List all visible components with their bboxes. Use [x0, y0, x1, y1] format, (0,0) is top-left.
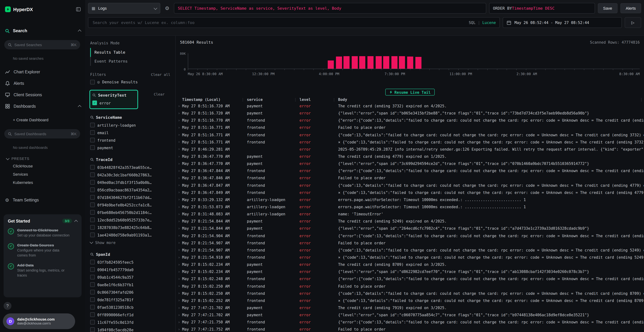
source-select[interactable]: ▦ Logs: [88, 3, 160, 14]
checkbox[interactable]: ✓: [90, 195, 95, 200]
table-settings-icon[interactable]: ⋮: [640, 97, 643, 102]
checkbox[interactable]: ✓: [90, 312, 95, 317]
log-row[interactable]: › May 27 8:51:16.771 AM frontend error {…: [176, 131, 644, 138]
histogram-bar[interactable]: [407, 56, 413, 69]
filter-option[interactable]: ✓ 0fbe680eb456750b2d1184c…: [90, 208, 172, 216]
alerts-button[interactable]: Alerts: [620, 3, 641, 13]
log-row[interactable]: › May 27 8:36:47.847 AM frontend error {…: [176, 182, 644, 189]
search-icon[interactable]: [90, 116, 94, 119]
expand-row-icon[interactable]: ›: [178, 147, 182, 151]
log-row[interactable]: › May 27 8:51:16.770 AM frontend error {…: [176, 117, 644, 124]
log-row[interactable]: › May 27 8:21:54.907 AM frontend error F…: [176, 239, 644, 246]
expand-row-icon[interactable]: ›: [178, 234, 182, 238]
log-row[interactable]: › May 27 8:15:02.234 AM payment error {"…: [176, 268, 644, 275]
filter-option[interactable]: ✓ 03b44828f42a3573ea655ce…: [90, 164, 172, 171]
checkbox[interactable]: ✓: [90, 225, 95, 230]
log-row[interactable]: › May 27 7:47:21.702 AM payment error {"…: [176, 311, 644, 318]
checkbox[interactable]: ✓: [90, 123, 95, 127]
checkbox[interactable]: ✓: [90, 320, 95, 324]
chevron-up-icon[interactable]: [78, 30, 82, 33]
log-row[interactable]: › May 27 8:51:16.720 AM payment error Th…: [176, 102, 644, 110]
log-row[interactable]: › May 27 8:15:02.234 AM payment error Th…: [176, 261, 644, 268]
filter-option[interactable]: ✓ 03f7b824595feec5: [90, 258, 172, 266]
checkbox[interactable]: ✓: [90, 290, 95, 294]
hyperdx-logo[interactable]: HyperDX: [5, 6, 33, 12]
column-handle-icon[interactable]: ⋮: [332, 97, 336, 102]
checkbox[interactable]: ✓: [90, 172, 95, 177]
histogram-bar[interactable]: [399, 56, 405, 69]
filter-option[interactable]: ✓ 11c67fe55c0d13fd: [90, 318, 172, 326]
filter-option[interactable]: ✓ email: [90, 129, 172, 136]
log-row[interactable]: › May 27 8:33:29.132 AM artillery-loadge…: [176, 196, 644, 203]
search-input[interactable]: [92, 20, 466, 25]
filter-option-error[interactable]: ✓ error: [92, 99, 135, 106]
filter-option[interactable]: ✓ 18287038b73e882425c64b8…: [90, 224, 172, 231]
get-started-item[interactable]: ✓ Connect to ClickHouse Set up your data…: [8, 228, 77, 238]
user-menu[interactable]: D dale@clickhouse.com dale@clickhouse.co…: [3, 314, 75, 329]
denoise-results-option[interactable]: ✓ ◎ Denoise Results: [90, 78, 172, 86]
sidebar-item-dashboards[interactable]: Dashboards: [0, 100, 85, 112]
filter-option[interactable]: ✓ 09041fb457779da0: [90, 266, 172, 273]
chevron-up-icon[interactable]: [78, 105, 82, 108]
expand-row-icon[interactable]: ›: [178, 212, 182, 216]
log-row[interactable]: › May 27 8:51:16.771 AM frontend error F…: [176, 124, 644, 131]
log-row[interactable]: › May 27 7:47:21.702 AM payment error Th…: [176, 304, 644, 311]
clear-all-button[interactable]: Clear all: [151, 72, 170, 76]
histogram-bar[interactable]: [352, 56, 358, 69]
histogram-bar[interactable]: [360, 56, 366, 69]
expand-row-icon[interactable]: ›: [178, 126, 182, 130]
checkbox[interactable]: ✓: [90, 260, 95, 264]
get-started-item[interactable]: ✓ Add Data Start sending logs, metrics, …: [8, 263, 77, 278]
filter-option[interactable]: ✓ 12ec8dd52b60b9525733b7e…: [90, 216, 172, 224]
expand-row-icon[interactable]: ›: [178, 226, 182, 230]
log-row[interactable]: › May 27 8:46:29.281 AM error 2025-05-26…: [176, 146, 644, 153]
log-row[interactable]: › May 27 8:36:47.849 AM frontend error ×…: [176, 189, 644, 196]
save-button[interactable]: Save: [598, 3, 618, 13]
log-row[interactable]: › May 27 8:15:02.252 AM frontend error ×…: [176, 297, 644, 304]
checkbox[interactable]: ✓: [90, 210, 95, 215]
expand-row-icon[interactable]: ›: [178, 270, 182, 274]
histogram-bar[interactable]: [416, 57, 422, 69]
filter-option[interactable]: ✓ 0f94b9befe0b4252ccfa1c8…: [90, 201, 172, 208]
sidebar-item-alerts[interactable]: Alerts: [0, 78, 85, 89]
filter-option[interactable]: ✓ 0fae5381230518cb: [90, 304, 172, 311]
filter-option[interactable]: ✓ 049ed0ac3fdb1f3f15a0b0b…: [90, 178, 172, 186]
expand-row-icon[interactable]: ›: [178, 313, 182, 317]
checkbox[interactable]: ✓: [90, 232, 95, 237]
filter-option[interactable]: ✓ artillery-loadgen: [90, 121, 172, 129]
traceid-show-more-button[interactable]: Show more: [90, 238, 172, 246]
histogram-bar[interactable]: [336, 56, 342, 69]
log-row[interactable]: › May 27 8:51:16.771 AM frontend error ×…: [176, 138, 644, 146]
column-body[interactable]: Body⋮: [338, 97, 644, 102]
preset-dashboard-link[interactable]: ClickHouse: [13, 162, 85, 170]
checkbox[interactable]: ✓: [90, 305, 95, 310]
chevron-up-icon[interactable]: [74, 220, 78, 223]
checkbox[interactable]: ✓: [90, 130, 95, 135]
sidebar-item-chart-explorer[interactable]: Chart Explorer: [0, 66, 85, 78]
log-row[interactable]: › May 27 8:21:54.844 AM payment error Th…: [176, 218, 644, 225]
histogram-bar[interactable]: [392, 56, 398, 69]
expand-row-icon[interactable]: ›: [178, 205, 182, 209]
log-row[interactable]: › May 27 8:51:16.720 AM payment error {"…: [176, 110, 644, 117]
histogram-bar[interactable]: [376, 56, 382, 69]
sidebar-item-team-settings[interactable]: ⚙ Team Settings: [5, 195, 85, 205]
checkbox[interactable]: ✓: [90, 218, 95, 222]
source-settings-gear-icon[interactable]: ⚙: [163, 5, 171, 11]
histogram-bar[interactable]: [368, 56, 374, 69]
log-row[interactable]: › May 27 8:21:54.904 AM frontend error {…: [176, 232, 644, 239]
expand-row-icon[interactable]: ›: [178, 118, 182, 122]
log-row[interactable]: › May 27 7:47:21.750 AM frontend error {…: [176, 318, 644, 326]
checkbox[interactable]: ✓: [90, 145, 95, 150]
expand-row-icon[interactable]: ›: [178, 291, 182, 295]
expand-row-icon[interactable]: ›: [178, 104, 182, 108]
filter-option[interactable]: ✓ 042a30c3dc1baf660b27863…: [90, 171, 172, 178]
expand-row-icon[interactable]: ›: [178, 154, 182, 158]
date-range-picker[interactable]: May 26 08:52:44 - May 27 08:52:44: [503, 17, 622, 28]
checkbox[interactable]: ✓: [90, 138, 95, 142]
checkbox[interactable]: ✓: [90, 327, 95, 332]
create-dashboard-button[interactable]: + Create Dashboard: [13, 116, 85, 124]
log-row[interactable]: › May 27 8:21:54.910 AM frontend error ×…: [176, 254, 644, 261]
checkbox[interactable]: ✓: [90, 282, 95, 287]
filter-option[interactable]: ✓ 0c0667304fafd206: [90, 288, 172, 296]
expand-row-icon[interactable]: ›: [178, 183, 182, 187]
